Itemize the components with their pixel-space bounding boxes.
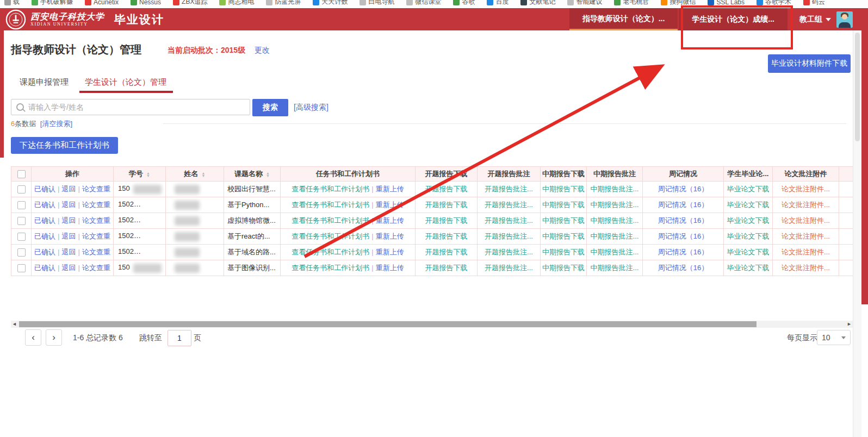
opening-report-annotation-link[interactable]: 开题报告批注... — [485, 216, 533, 224]
reupload-task-book-link[interactable]: 重新上传 — [376, 264, 404, 272]
prev-page-button[interactable]: ‹ — [25, 329, 41, 346]
view-task-book-link[interactable]: 查看任务书和工作计划书 — [292, 216, 369, 224]
bookmark-item[interactable]: ZBX追踪 — [173, 0, 207, 7]
return-link[interactable]: 退回 — [62, 248, 76, 256]
select-all-checkbox[interactable] — [17, 170, 26, 178]
reupload-task-book-link[interactable]: 重新上传 — [376, 232, 404, 240]
sort-icon[interactable]: ▲▼ — [202, 172, 206, 177]
scrollbar-thumb[interactable] — [855, 33, 860, 141]
return-link[interactable]: 退回 — [62, 216, 76, 224]
return-link[interactable]: 退回 — [62, 232, 76, 240]
view-task-book-link[interactable]: 查看任务书和工作计划书 — [292, 232, 369, 240]
tab-topic-application[interactable]: 课题申报管理 — [20, 77, 69, 88]
bookmark-item[interactable]: 手机破解赚 — [32, 0, 73, 7]
reupload-task-book-link[interactable]: 重新上传 — [376, 185, 404, 193]
weekly-journal-link[interactable]: 周记情况（16） — [658, 248, 708, 256]
midterm-report-annotation-link[interactable]: 中期报告批注... — [591, 264, 639, 272]
row-checkbox[interactable] — [17, 233, 26, 241]
thesis-download-link[interactable]: 毕业论文下载 — [727, 185, 770, 193]
row-checkbox[interactable] — [17, 248, 26, 257]
clear-search-link[interactable]: [清空搜索] — [40, 120, 72, 128]
view-task-book-link[interactable]: 查看任务书和工作计划书 — [292, 248, 369, 256]
weekly-journal-link[interactable]: 周记情况（16） — [658, 264, 708, 272]
nav-student-grades[interactable]: 学生设计（论文）成绩... — [679, 8, 788, 30]
thesis-download-link[interactable]: 毕业论文下载 — [727, 264, 770, 272]
page-jump-input[interactable] — [168, 330, 191, 346]
opening-report-download-link[interactable]: 开题报告下载 — [425, 232, 468, 240]
midterm-report-download-link[interactable]: 中期报告下载 — [542, 201, 585, 209]
return-link[interactable]: 退回 — [62, 201, 76, 209]
nav-teacher-design[interactable]: 指导教师设计（论文）... — [569, 8, 678, 30]
bookmark-item[interactable]: 谷歌学术 — [757, 0, 791, 7]
opening-report-annotation-link[interactable]: 开题报告批注... — [485, 264, 533, 272]
plagiarism-check-link[interactable]: 论文查重 — [82, 232, 110, 240]
bookmark-item[interactable]: 谷歌 — [453, 0, 475, 7]
sort-icon[interactable]: ▲▼ — [146, 172, 150, 177]
scrollbar-thumb[interactable] — [19, 321, 757, 327]
weekly-journal-link[interactable]: 周记情况（16） — [658, 185, 708, 193]
tab-student-design[interactable]: 学生设计（论文）管理 — [85, 77, 166, 88]
row-checkbox[interactable] — [17, 185, 26, 193]
bookmark-item[interactable]: 老毛桃官 — [614, 0, 649, 7]
confirm-link[interactable]: 已确认 — [34, 216, 55, 224]
opening-report-annotation-link[interactable]: 开题报告批注... — [485, 185, 533, 193]
row-checkbox[interactable] — [17, 217, 26, 225]
bookmark-item[interactable]: 智能建议 — [567, 0, 602, 7]
reupload-task-book-link[interactable]: 重新上传 — [376, 248, 404, 256]
midterm-report-download-link[interactable]: 中期报告下载 — [542, 185, 585, 193]
midterm-report-annotation-link[interactable]: 中期报告批注... — [591, 232, 639, 240]
midterm-report-download-link[interactable]: 中期报告下载 — [542, 264, 585, 272]
scroll-left-icon[interactable]: ◄ — [11, 321, 18, 328]
return-link[interactable]: 退回 — [62, 264, 76, 272]
opening-report-annotation-link[interactable]: 开题报告批注... — [485, 232, 533, 240]
row-checkbox[interactable] — [17, 264, 26, 272]
search-button[interactable]: 搜索 — [252, 99, 288, 116]
confirm-link[interactable]: 已确认 — [34, 264, 55, 272]
reupload-task-book-link[interactable]: 重新上传 — [376, 216, 404, 224]
opening-report-download-link[interactable]: 开题报告下载 — [425, 185, 468, 193]
thesis-annotation-attachment-link[interactable]: 论文批注附件... — [782, 264, 830, 272]
confirm-link[interactable]: 已确认 — [34, 201, 55, 209]
next-page-button[interactable]: › — [46, 329, 62, 346]
thesis-annotation-attachment-link[interactable]: 论文批注附件... — [782, 185, 830, 193]
confirm-link[interactable]: 已确认 — [34, 185, 55, 193]
view-task-book-link[interactable]: 查看任务书和工作计划书 — [292, 185, 369, 193]
plagiarism-check-link[interactable]: 论文查重 — [82, 248, 110, 256]
bookmark-item[interactable]: 防蓝光屏 — [266, 0, 301, 7]
reupload-task-book-link[interactable]: 重新上传 — [376, 201, 404, 209]
plagiarism-check-link[interactable]: 论文查重 — [82, 185, 110, 193]
midterm-report-annotation-link[interactable]: 中期报告批注... — [591, 201, 639, 209]
opening-report-download-link[interactable]: 开题报告下载 — [425, 201, 468, 209]
user-group-dropdown[interactable]: 教工组 — [799, 15, 831, 24]
return-link[interactable]: 退回 — [62, 185, 76, 193]
thesis-download-link[interactable]: 毕业论文下载 — [727, 248, 770, 256]
opening-report-annotation-link[interactable]: 开题报告批注... — [485, 201, 533, 209]
bookmark-item[interactable]: 搜狗微信 — [661, 0, 696, 7]
bookmark-item[interactable]: 文献笔记 — [520, 0, 555, 7]
materials-download-button[interactable]: 毕业设计材料附件下载 — [768, 54, 851, 73]
bookmark-item[interactable]: Nessus — [131, 0, 161, 6]
column-header-name[interactable]: 姓名▲▼ — [166, 167, 224, 182]
scroll-right-icon[interactable]: ► — [846, 321, 853, 328]
view-task-book-link[interactable]: 查看任务书和工作计划书 — [292, 201, 369, 209]
plagiarism-check-link[interactable]: 论文查重 — [82, 216, 110, 224]
thesis-annotation-attachment-link[interactable]: 论文批注附件... — [782, 232, 830, 240]
midterm-report-download-link[interactable]: 中期报告下载 — [542, 248, 585, 256]
change-batch-link[interactable]: 更改 — [255, 46, 270, 55]
opening-report-annotation-link[interactable]: 开题报告批注... — [485, 248, 533, 256]
bookmark-item[interactable]: 百度 — [487, 0, 509, 7]
bookmark-item[interactable]: 白电导航 — [359, 0, 394, 7]
confirm-link[interactable]: 已确认 — [34, 248, 55, 256]
column-header-topic[interactable]: 课题名称▲▼ — [224, 167, 281, 182]
advanced-search-link[interactable]: [高级搜索] — [294, 103, 328, 113]
row-checkbox[interactable] — [17, 201, 26, 209]
sort-icon[interactable]: ▲▼ — [266, 172, 270, 177]
bookmark-item[interactable]: SSL Labs — [708, 0, 745, 6]
thesis-download-link[interactable]: 毕业论文下载 — [727, 201, 770, 209]
midterm-report-annotation-link[interactable]: 中期报告批注... — [591, 216, 639, 224]
browser-vertical-scrollbar[interactable] — [853, 8, 861, 437]
per-page-select[interactable]: 10 — [817, 330, 851, 345]
table-horizontal-scrollbar[interactable]: ◄ ► — [11, 321, 853, 328]
confirm-link[interactable]: 已确认 — [34, 232, 55, 240]
plagiarism-check-link[interactable]: 论文查重 — [82, 201, 110, 209]
